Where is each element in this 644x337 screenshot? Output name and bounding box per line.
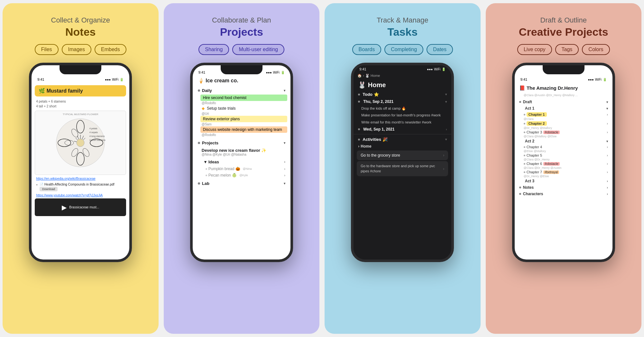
chevron-down-icon-6: ▾ bbox=[445, 100, 447, 104]
video-label: Brassicaceae must... bbox=[69, 205, 99, 209]
signal-icon-2: ●●● bbox=[266, 71, 272, 74]
betrayal-tag: #betrayal bbox=[543, 170, 559, 174]
status-icons-2: ●●● WiFi 🔋 bbox=[266, 71, 285, 74]
draft-dot bbox=[519, 101, 521, 103]
chapter3-text: Chapter 3 bbox=[527, 130, 542, 134]
chevron-right-icon-4: › bbox=[443, 153, 444, 158]
phone-notch-4 bbox=[543, 65, 584, 74]
panel-creative: Draft & Outline Creative Projects Live c… bbox=[486, 3, 642, 334]
notes-section: Notes › bbox=[515, 184, 612, 191]
characters-section: Characters › bbox=[515, 191, 612, 197]
phone-tasks-screen: 9:41 ●●● WiFi 🔋 🏠 › 🐰 Home 🐰 Home Todo ⭐… bbox=[354, 65, 451, 260]
tag-sharing[interactable]: Sharing bbox=[198, 44, 229, 55]
flower-diagram: 4 petals 4 sepals 4 long stamens 2 short… bbox=[55, 117, 106, 168]
tasks-date2: Wed, Sep 1, 2021 › bbox=[354, 126, 451, 133]
icecream-header: 🍦 Ice cream co. bbox=[193, 76, 290, 87]
ic-project: Develop new ice cream flavor ✨ @Nina @Ky… bbox=[193, 147, 290, 157]
panel-tasks-subtitle: Track & Manage bbox=[377, 16, 428, 24]
time-2: 9:41 bbox=[198, 70, 205, 74]
tasks-section-activities: Activities 🎉 ▾ bbox=[354, 136, 451, 143]
panel-notes-tags: Files Images Embeds bbox=[35, 44, 126, 55]
battery-icon-3: 🔋 bbox=[442, 68, 446, 71]
project-title[interactable]: Develop new ice cream flavor ✨ bbox=[202, 148, 285, 153]
panel-notes-title: Notes bbox=[65, 26, 96, 38]
tasks-section-todo: Todo ⭐ ▾ bbox=[354, 91, 451, 98]
idea-user-2: @Kyle bbox=[239, 174, 248, 177]
phone-creative-screen: 9:41 ●●● WiFi 🔋 📕 The Amazing Dr.Henry @… bbox=[515, 65, 612, 260]
chevron-down-icon-8: ▾ bbox=[445, 138, 447, 141]
panel-tasks: Track & Manage Tasks Boards Completing D… bbox=[325, 3, 481, 334]
chevron-right-icon: ▾ bbox=[204, 159, 207, 164]
ic-user-1: @Rodolfo bbox=[193, 101, 290, 105]
chapter5-users: @Clara @Dr_Henry bbox=[515, 158, 612, 161]
chapter7-item[interactable]: Chapter 7 #betrayal › bbox=[515, 169, 612, 175]
tag-multiuser[interactable]: Multi-user editing bbox=[232, 44, 284, 55]
phone-notch bbox=[60, 65, 101, 74]
chapter2-item[interactable]: Chapter 2 › bbox=[515, 121, 612, 126]
tag-dates[interactable]: Dates bbox=[427, 44, 453, 55]
chevron-down-icon-4: ▾ bbox=[284, 182, 285, 185]
ic-item-3[interactable]: Review exterior plans bbox=[200, 116, 287, 122]
ch5-dot bbox=[524, 155, 525, 156]
video-thumbnail[interactable]: ▶ Brassicaceae must... bbox=[35, 198, 126, 216]
ch3-dot bbox=[524, 132, 525, 133]
tag-tags[interactable]: Tags bbox=[555, 44, 579, 55]
chevron-icon-7: › bbox=[446, 128, 447, 131]
chevron-down-icon-3: › bbox=[284, 160, 285, 164]
battery-icon-2: 🔋 bbox=[281, 71, 285, 74]
chapter1-users: @Clara bbox=[515, 117, 612, 121]
tasks-home-title: 🐰 Home bbox=[354, 79, 451, 91]
tag-files[interactable]: Files bbox=[35, 44, 59, 55]
chapter7-users: @Dr_Henry @Elsie bbox=[515, 175, 612, 178]
chapter6-item[interactable]: Chapter 6 #obstacle › bbox=[515, 161, 612, 166]
ic-item-1[interactable]: Hire second food chemist bbox=[200, 95, 287, 101]
tag-embeds[interactable]: Embeds bbox=[95, 44, 126, 55]
chapter3-item[interactable]: Chapter 3 #obstacle › bbox=[515, 130, 612, 135]
download-button[interactable]: Download bbox=[40, 187, 58, 191]
ic-user-3: @Sam bbox=[193, 123, 290, 126]
status-icons-4: ●●● WiFi 🔋 bbox=[588, 78, 607, 81]
chapter1-item[interactable]: Chapter 1 › bbox=[515, 112, 612, 117]
chapter5-item[interactable]: Chapter 5 › bbox=[515, 153, 612, 158]
tasks-task2[interactable]: Make presentation for last-month's progr… bbox=[354, 112, 451, 119]
activity2-text: Go to the hardware store and pick up som… bbox=[361, 164, 443, 174]
note-link1[interactable]: https://en.wikipedia.org/wiki/Brassicace… bbox=[36, 177, 125, 180]
section-ideas: ▾ Ideas › bbox=[193, 158, 290, 166]
note-link2[interactable]: https://www.youtube.com/watch?v=gf7jJJxq… bbox=[36, 194, 125, 197]
time-3: 9:41 bbox=[359, 67, 366, 71]
project-users: @Nina @Kyle @Uri @Natasha bbox=[202, 153, 285, 156]
ch7-chevron: › bbox=[607, 170, 608, 174]
chapter6-text: Chapter 6 bbox=[527, 162, 542, 166]
note-title: 🌿 Mustard family bbox=[35, 85, 126, 96]
tasks-task3[interactable]: Write email for this month's newsletter … bbox=[354, 119, 451, 126]
wifi-icon-3: WiFi bbox=[434, 68, 440, 71]
idea-text-2: Pecan melon 🍈 bbox=[208, 173, 237, 178]
status-bar: 9:41 ●●● WiFi 🔋 bbox=[32, 76, 129, 83]
tasks-activity1[interactable]: Go to the grocery store › bbox=[357, 150, 448, 160]
tag-completing[interactable]: Completing bbox=[384, 44, 423, 55]
phone-projects: 9:41 ●●● WiFi 🔋 🍦 Ice cream co. Daily ▾ … bbox=[190, 63, 293, 262]
tasks-activity2[interactable]: Go to the hardware store and pick up som… bbox=[357, 161, 448, 176]
status-bar-4: 9:41 ●●● WiFi 🔋 bbox=[515, 76, 612, 83]
note-image-area: TYPICAL MUSTARD FLOWER bbox=[35, 111, 126, 175]
svg-text:4 sepals: 4 sepals bbox=[89, 131, 98, 134]
file-text: 📄 Health-Affecting Compounds in Brassica… bbox=[40, 183, 115, 186]
idea-user-1: @Nina bbox=[243, 167, 252, 170]
ic-idea-2[interactable]: Pecan melon 🍈 @Kyle › bbox=[193, 172, 290, 178]
tag-livecopy[interactable]: Live copy bbox=[517, 44, 552, 55]
ic-item-2[interactable]: ◆ Setup taste trials bbox=[193, 105, 290, 112]
date-bullet-1 bbox=[358, 101, 360, 103]
ic-item-4[interactable]: Discuss website redesign with marketing … bbox=[200, 126, 287, 133]
draft-doc-title: 📕 The Amazing Dr.Henry bbox=[515, 83, 612, 94]
chapter4-item[interactable]: Chapter 4 › bbox=[515, 144, 612, 150]
notes-dot bbox=[519, 187, 521, 188]
tag-colors[interactable]: Colors bbox=[582, 44, 610, 55]
tag-images[interactable]: Images bbox=[62, 44, 91, 55]
ic-idea-1[interactable]: Pumpkin bread 🎃 @Nina › bbox=[193, 166, 290, 172]
tasks-task1[interactable]: Drop the kids off at camp 🔥 bbox=[354, 105, 451, 112]
draft-top-users: @Clara @Austin @Dr_Henry @Mallory ... bbox=[515, 94, 612, 97]
time: 9:41 bbox=[37, 77, 44, 81]
panel-tasks-title: Tasks bbox=[387, 26, 418, 38]
battery-icon-4: 🔋 bbox=[603, 78, 607, 81]
tag-boards[interactable]: Boards bbox=[352, 44, 382, 55]
